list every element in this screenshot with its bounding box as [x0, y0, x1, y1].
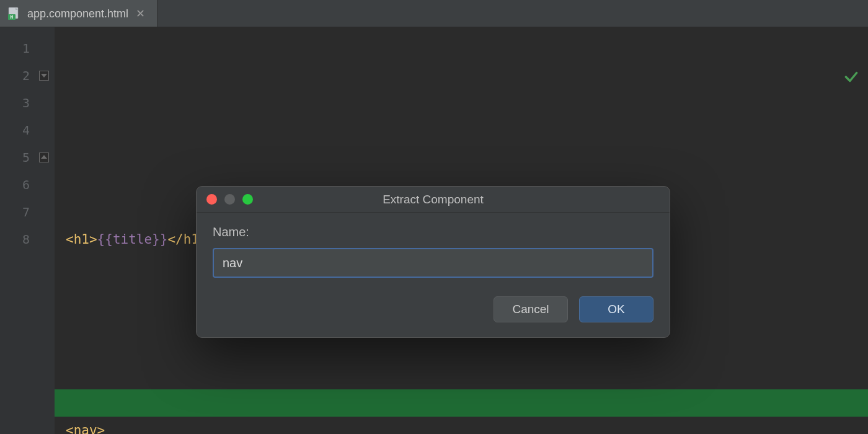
- ok-button[interactable]: OK: [579, 296, 653, 322]
- code-token: {{: [97, 232, 113, 247]
- component-name-input[interactable]: [213, 248, 653, 278]
- cancel-button[interactable]: Cancel: [494, 296, 568, 322]
- window-controls: [206, 194, 253, 205]
- svg-text:H: H: [11, 14, 14, 20]
- fold-gutter: [36, 27, 55, 434]
- line-number: 7: [0, 198, 36, 226]
- code-token: title: [113, 232, 152, 247]
- code-token: <h1>: [66, 232, 97, 247]
- code-line[interactable]: <nav>: [55, 335, 868, 362]
- file-tab[interactable]: H app.component.html ✕: [0, 0, 157, 27]
- dialog-title: Extract Component: [197, 193, 670, 206]
- minimize-window-icon[interactable]: [224, 194, 235, 205]
- line-number-gutter: 1 2 3 4 5 6 7 8: [0, 27, 36, 434]
- extract-component-dialog: Extract Component Name: Cancel OK: [196, 186, 670, 338]
- code-token: }}: [152, 232, 167, 247]
- code-token: <nav>: [66, 423, 105, 434]
- fold-toggle-icon[interactable]: [39, 153, 49, 162]
- line-number: 8: [0, 226, 36, 253]
- line-number: 1: [0, 35, 36, 62]
- close-window-icon[interactable]: [206, 194, 217, 205]
- inspection-ok-icon[interactable]: [796, 40, 859, 122]
- dialog-titlebar[interactable]: Extract Component: [197, 187, 670, 213]
- line-number: 4: [0, 117, 36, 144]
- fold-toggle-icon[interactable]: [39, 71, 49, 81]
- line-number: 6: [0, 171, 36, 198]
- html-file-icon: H: [7, 7, 21, 20]
- name-label: Name:: [213, 225, 653, 239]
- line-number: 3: [0, 89, 36, 117]
- line-number: 5: [0, 144, 36, 171]
- zoom-window-icon[interactable]: [242, 194, 253, 205]
- editor-tabbar: H app.component.html ✕: [0, 0, 868, 27]
- close-tab-icon[interactable]: ✕: [135, 8, 146, 19]
- selection-highlight: [55, 389, 868, 417]
- file-tab-label: app.component.html: [27, 8, 128, 19]
- line-number: 2: [0, 62, 36, 89]
